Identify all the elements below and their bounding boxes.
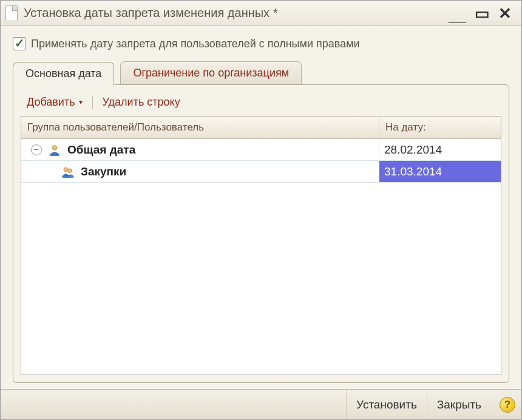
table-row[interactable]: Закупки 31.03.2014 bbox=[21, 161, 501, 183]
delete-row-button[interactable]: Удалить строку bbox=[100, 95, 183, 110]
cell-group-user: − Общая дата bbox=[21, 139, 379, 160]
toolbar: Добавить▾ Удалить строку bbox=[21, 92, 501, 116]
window-title: Установка даты запрета изменения данных … bbox=[24, 6, 449, 20]
svg-point-2 bbox=[68, 168, 72, 172]
apply-button[interactable]: Установить bbox=[346, 390, 427, 419]
close-button[interactable]: Закрыть bbox=[427, 390, 491, 419]
document-icon bbox=[5, 5, 18, 21]
column-header-group-user[interactable]: Группа пользователей/Пользователь bbox=[21, 117, 379, 138]
apply-for-full-rights-checkbox[interactable] bbox=[13, 37, 26, 50]
window-controls: __ ▭ ✕ bbox=[449, 5, 517, 21]
tab-org-restrictions[interactable]: Ограничение по организациям bbox=[120, 61, 302, 84]
svg-point-0 bbox=[52, 145, 56, 149]
collapse-icon[interactable]: − bbox=[31, 144, 42, 155]
tab-panel: Добавить▾ Удалить строку Группа пользова… bbox=[13, 84, 509, 383]
svg-point-1 bbox=[64, 168, 67, 171]
window: Установка даты запрета изменения данных … bbox=[0, 0, 522, 420]
minimize-button[interactable]: __ bbox=[449, 8, 466, 24]
user-icon bbox=[48, 143, 61, 157]
tab-main-date[interactable]: Основная дата bbox=[13, 62, 114, 85]
row-label: Общая дата bbox=[67, 143, 135, 157]
add-button-label: Добавить bbox=[27, 96, 75, 108]
body-area: Применять дату запрета для пользователей… bbox=[1, 26, 521, 389]
toolbar-separator bbox=[92, 96, 93, 109]
delete-row-label: Удалить строку bbox=[103, 96, 180, 108]
table-body: − Общая дата 28.02.2014 bbox=[21, 139, 501, 374]
tab-label: Ограничение по организациям bbox=[133, 67, 289, 79]
help-button[interactable]: ? bbox=[500, 397, 515, 413]
row-label: Закупки bbox=[81, 165, 126, 178]
chevron-down-icon: ▾ bbox=[79, 98, 83, 106]
table-row[interactable]: − Общая дата 28.02.2014 bbox=[21, 139, 501, 161]
user-group-icon bbox=[61, 165, 75, 178]
column-header-date[interactable]: На дату: bbox=[379, 117, 501, 138]
tab-label: Основная дата bbox=[25, 67, 101, 80]
maximize-button[interactable]: ▭ bbox=[475, 5, 490, 21]
checkbox-row: Применять дату запрета для пользователей… bbox=[13, 37, 509, 50]
cell-date[interactable]: 28.02.2014 bbox=[379, 139, 501, 160]
close-button-label: Закрыть bbox=[437, 398, 481, 412]
cell-group-user: Закупки bbox=[21, 161, 379, 182]
checkbox-label: Применять дату запрета для пользователей… bbox=[31, 38, 360, 50]
table-header: Группа пользователей/Пользователь На дат… bbox=[21, 117, 501, 139]
footer: Установить Закрыть ? bbox=[1, 389, 521, 419]
add-button[interactable]: Добавить▾ bbox=[24, 95, 85, 110]
tabs-row: Основная дата Ограничение по организация… bbox=[13, 61, 509, 84]
titlebar: Установка даты запрета изменения данных … bbox=[1, 1, 521, 26]
close-window-button[interactable]: ✕ bbox=[498, 5, 512, 21]
cell-date[interactable]: 31.03.2014 bbox=[379, 161, 501, 182]
apply-button-label: Установить bbox=[356, 398, 417, 412]
users-table: Группа пользователей/Пользователь На дат… bbox=[21, 116, 501, 375]
